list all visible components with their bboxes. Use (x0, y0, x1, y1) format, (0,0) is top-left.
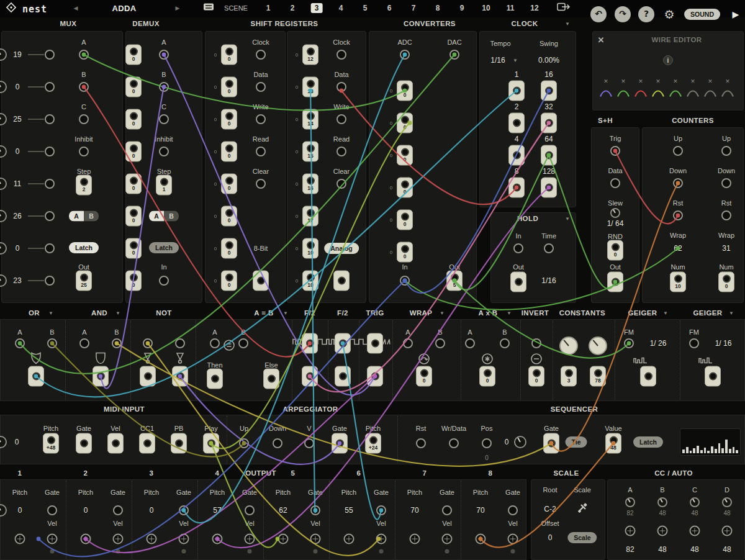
and-a-port[interactable] (79, 338, 89, 348)
f2a-in-port[interactable] (302, 333, 318, 354)
converters-in-port[interactable] (400, 276, 410, 286)
mux-row-port-3[interactable] (45, 114, 55, 124)
output6-gate-port[interactable] (376, 505, 386, 515)
and-dropdown-icon[interactable]: ▼ (115, 310, 120, 316)
scene-tab-10[interactable]: 10 (478, 3, 494, 13)
hold-time-port[interactable] (544, 243, 554, 253)
clock-division-port-16[interactable] (541, 81, 557, 101)
geiger2-out-port[interactable] (705, 366, 721, 387)
seq-knob[interactable] (514, 436, 526, 448)
seq-pos-port[interactable] (482, 438, 492, 448)
mux-knob-value-6[interactable]: 26 (13, 212, 21, 220)
output8-vel-port[interactable] (508, 534, 518, 544)
mux-row-port-1[interactable] (45, 50, 55, 60)
scale-root-value[interactable]: C-2 (544, 505, 556, 513)
sr2-write-port[interactable] (336, 114, 346, 124)
midi-play-port[interactable] (203, 433, 219, 454)
scene-tab-9[interactable]: 9 (456, 3, 468, 13)
demux-out-port-7[interactable]: 0 (125, 238, 142, 259)
sr1-cell-port-1[interactable]: 0 (221, 45, 237, 65)
clock-division-port-128[interactable] (541, 178, 557, 198)
counter1-up-port[interactable] (673, 146, 683, 156)
scene-pages-icon[interactable] (202, 2, 215, 15)
f2b-in-port[interactable] (335, 333, 351, 354)
sr1-cell-port-3[interactable]: 0 (221, 109, 237, 130)
cc-knob-value-D[interactable]: 48 (723, 510, 730, 517)
scene-tab-7[interactable]: 7 (408, 3, 420, 13)
counter2-rst-port[interactable] (721, 210, 731, 220)
mux-row-port-7[interactable] (45, 243, 55, 253)
wrap-out-port[interactable]: 0 (416, 366, 432, 387)
invert-out-port[interactable]: 0 (528, 366, 544, 387)
f2b-out-port[interactable] (335, 366, 351, 387)
sr2-cell-port-5[interactable]: 16 (302, 174, 318, 194)
output1-gate-port[interactable] (47, 505, 57, 515)
midi-pb-port[interactable] (171, 433, 187, 454)
and-header[interactable]: AND (91, 309, 107, 317)
seq-rst-port[interactable] (416, 438, 426, 448)
axb-dropdown-icon[interactable]: ▼ (507, 310, 512, 316)
tempo-dropdown-icon[interactable]: ▼ (513, 58, 518, 63)
wire-slot-icon-6[interactable] (687, 89, 699, 101)
output2-vel-port[interactable] (113, 534, 124, 544)
output7-vel-port[interactable] (442, 534, 453, 544)
invert-in-port[interactable] (531, 338, 541, 348)
sr1-cell-port-5[interactable]: 0 (221, 174, 237, 194)
demux-out-port-5[interactable]: 0 (125, 174, 142, 194)
output8-pitch-value[interactable]: 70 (476, 506, 484, 515)
midi-gate-port[interactable] (76, 433, 92, 454)
geiger1-out-port[interactable] (640, 366, 656, 387)
and-b-port[interactable] (112, 338, 122, 348)
adc-port[interactable] (400, 50, 410, 60)
converter-cell-port-1[interactable]: 0 (397, 81, 413, 101)
seq-step-display[interactable] (680, 428, 741, 456)
sr2-cell-port-8[interactable]: 10 (302, 271, 318, 291)
output6-vel-port[interactable] (376, 534, 387, 544)
or-b-port[interactable] (47, 338, 57, 348)
sr1-data-port[interactable] (256, 82, 266, 92)
wrap-header[interactable]: WRAP (410, 309, 433, 317)
cc-port-D[interactable] (722, 526, 733, 536)
scene-tab-4[interactable]: 4 (335, 3, 347, 13)
mux-knob-value-3[interactable]: 25 (13, 115, 21, 124)
output6-pitch-value[interactable]: 55 (345, 506, 353, 515)
arp-pitch-port[interactable]: +24 (365, 433, 381, 454)
tempo-value[interactable]: 1/16 (490, 56, 505, 65)
hold-time-value[interactable]: 1/16 (541, 276, 556, 285)
mux-out-port[interactable]: 25 (76, 271, 92, 291)
output3-gate-port[interactable] (179, 505, 189, 515)
geiger1-header[interactable]: GEIGER (628, 309, 657, 317)
wire-slot-clear-icon-3[interactable]: ✕ (638, 78, 643, 84)
output4-pitch-value[interactable]: 57 (213, 506, 221, 515)
clock-division-port-32[interactable] (541, 113, 557, 133)
output2-gate-port[interactable] (113, 505, 123, 515)
sh-slew-knob[interactable] (610, 208, 620, 218)
midi-vel-port[interactable] (107, 433, 124, 454)
sound-button[interactable]: SOUND (684, 9, 720, 20)
geiger2-rate-value[interactable]: 1/ 16 (715, 339, 732, 348)
redo-button[interactable]: ↷ (615, 6, 631, 22)
demux-step-port[interactable]: 1 (156, 175, 172, 196)
preset-prev-icon[interactable]: ◀ (74, 5, 78, 11)
counter1-down-port[interactable] (673, 178, 683, 188)
wire-slot-clear-icon-5[interactable]: ✕ (673, 78, 678, 84)
mux-latch-button[interactable]: Latch (69, 242, 99, 253)
sr1-mode-port[interactable] (253, 271, 269, 291)
mux-c-port[interactable] (79, 114, 89, 124)
output1-vel-port[interactable] (47, 534, 58, 544)
counter2-wrap-value[interactable]: 31 (722, 244, 730, 253)
wire-slot-icon-7[interactable] (704, 89, 716, 101)
aeqb-dropdown-icon[interactable]: ▼ (283, 310, 288, 316)
demux-inhibit-port[interactable] (159, 147, 169, 156)
cc-knob-C[interactable] (690, 497, 700, 507)
midi-pitch-port[interactable]: +48 (43, 433, 59, 454)
aeqb-then-port[interactable] (207, 369, 223, 389)
mux-a-port[interactable] (79, 50, 89, 60)
geiger2-fm-port[interactable] (689, 338, 699, 348)
demux-c-port[interactable] (159, 114, 169, 124)
sh-data-port[interactable] (610, 178, 620, 188)
counter1-rst-port[interactable] (673, 210, 683, 220)
output8-pitch-port[interactable] (476, 534, 486, 544)
geiger1-rate-value[interactable]: 1/ 26 (650, 339, 667, 348)
aeqb-else-port[interactable] (263, 369, 279, 389)
